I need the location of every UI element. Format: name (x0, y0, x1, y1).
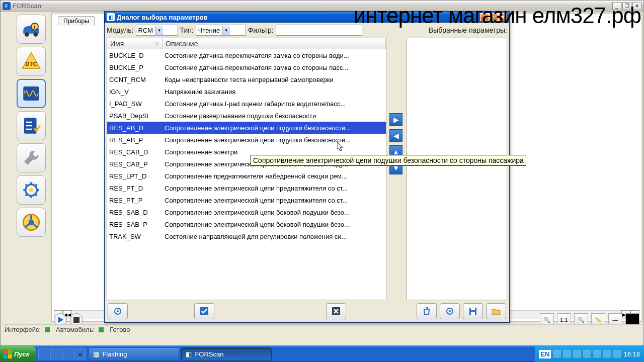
list-row[interactable]: RES_AB_PСопротивление электрической цепи… (107, 134, 386, 146)
row-name: RES_PT_D (107, 185, 163, 192)
open-button[interactable] (486, 303, 506, 319)
list-row[interactable]: RES_LPT_DСопротивление преднатяжителя на… (107, 170, 386, 182)
svg-point-8 (29, 188, 34, 193)
row-name: BUCKLE_P (107, 64, 163, 71)
ql-more-icon[interactable]: » (74, 348, 86, 359)
status-iface-led (45, 327, 50, 332)
app-icon: F (3, 2, 11, 10)
tray-icon[interactable] (573, 350, 581, 358)
row-desc: Состояние датчика I-pad оценки габаритов… (163, 100, 386, 108)
task-icon: ▦ (93, 350, 99, 358)
row-desc: Сопротивление электрической цепи преднат… (163, 185, 386, 192)
list-row[interactable]: PSAB_DepStСостояние развертывания подушк… (107, 110, 386, 122)
dialog-title: Диалог выбора параметров (117, 14, 208, 21)
status-interface-label: Интерфейс: (5, 326, 41, 333)
ql-app1-icon[interactable] (50, 348, 61, 359)
row-name: RES_SAB_P (107, 221, 163, 228)
taskbar: Пуск » ▦Flashing ◧FORScan EN 16:18 (0, 346, 644, 362)
add-button[interactable]: ▶ (389, 113, 403, 126)
svg-rect-11 (73, 317, 79, 323)
settings-button[interactable] (108, 303, 128, 319)
list-row[interactable]: RES_SAB_DСопротивление электрической цеп… (107, 206, 386, 218)
filter-label: Фильтр: (248, 26, 274, 34)
row-desc: Сопротивление электрической цепи боковой… (163, 221, 386, 228)
tab-instruments[interactable]: Приборы (58, 16, 95, 26)
start-button[interactable]: Пуск (0, 346, 36, 362)
type-label: Тип: (180, 26, 194, 34)
list-row[interactable]: IGN_VНапряжение зажигания (107, 85, 386, 98)
svg-rect-20 (471, 312, 475, 315)
transfer-buttons: ▶ ◀ ▲ ▼ (389, 38, 404, 300)
nav-settings-button[interactable] (17, 175, 46, 205)
tray-icon[interactable] (593, 350, 601, 358)
row-name: RES_PT_P (107, 197, 163, 204)
nav-vehicle-button[interactable]: i (17, 15, 46, 44)
status-ready: Готово (110, 326, 130, 333)
svg-point-13 (117, 310, 119, 312)
row-desc: Коды неисправности теста непрерывной сам… (163, 76, 386, 83)
list-row[interactable]: TRAK_SWСостояние направляющей для регули… (107, 230, 386, 242)
row-name: CCNT_RCM (107, 76, 163, 83)
nav-steering-button[interactable] (17, 208, 46, 237)
taskbar-forscan[interactable]: ◧FORScan (181, 347, 272, 360)
svg-text:DTC: DTC (25, 61, 37, 67)
tray-icon[interactable] (563, 350, 571, 358)
nav-dtc-button[interactable]: DTC (17, 47, 46, 76)
row-name: RES_AB_D (107, 124, 163, 132)
tray-icon[interactable] (613, 350, 621, 358)
row-desc: Сопротивление электрической цепи преднат… (163, 197, 386, 204)
list-row[interactable]: RES_AB_DСопротивление электрической цепи… (107, 122, 386, 134)
delete-button[interactable] (417, 303, 437, 319)
filter-input[interactable] (276, 25, 362, 36)
ok-button[interactable] (194, 303, 214, 319)
module-label: Модуль: (107, 26, 134, 34)
tray-clock: 16:18 (623, 350, 640, 358)
nav-tests-button[interactable] (17, 111, 46, 140)
row-name: TRAK_SW (107, 233, 163, 240)
row-desc: Сопротивление преднатяжителя набедренной… (163, 172, 386, 180)
list-row[interactable]: BUCKLE_DСостояние датчика-переключателя … (107, 49, 386, 61)
type-combo[interactable]: Чтение▼ (196, 25, 246, 36)
list-row[interactable]: CCNT_RCMКоды неисправности теста непреры… (107, 73, 386, 85)
row-name: RES_AB_P (107, 136, 163, 144)
cancel-button[interactable] (326, 303, 346, 319)
save-button[interactable] (463, 303, 483, 319)
module-combo[interactable]: RCM▼ (136, 25, 178, 36)
tray-icon[interactable] (603, 350, 611, 358)
selected-list[interactable] (407, 38, 507, 300)
row-desc: Сопротивление электрической цепи боковой… (163, 209, 386, 216)
tray-lang[interactable]: EN (539, 350, 551, 358)
row-name: RES_SAB_D (107, 209, 163, 216)
nav-service-button[interactable] (17, 143, 46, 172)
row-name: PSAB_DepSt (107, 112, 163, 120)
list-row[interactable]: I_PAD_SWСостояние датчика I-pad оценки г… (107, 98, 386, 110)
system-tray: EN 16:18 (535, 346, 644, 362)
param-list: Имя Описание BUCKLE_DСостояние датчика-п… (107, 38, 386, 300)
col-name-header[interactable]: Имя (107, 38, 163, 49)
ql-app2-icon[interactable] (62, 348, 73, 359)
svg-point-0 (25, 32, 29, 37)
taskbar-flashing[interactable]: ▦Flashing (89, 347, 179, 360)
row-desc: Напряжение зажигания (163, 88, 386, 96)
task-icon: ◧ (186, 350, 192, 358)
tray-icon[interactable] (583, 350, 591, 358)
windows-logo-icon (3, 349, 12, 358)
dialog-icon: ◧ (107, 13, 115, 21)
status-vehicle-label: Автомобиль: (56, 326, 95, 333)
col-desc-header[interactable]: Описание (163, 38, 386, 49)
tray-icon[interactable] (553, 350, 561, 358)
config-button[interactable] (440, 303, 460, 319)
remove-button[interactable]: ◀ (389, 129, 403, 142)
list-row[interactable]: RES_PT_PСопротивление электрической цепи… (107, 194, 386, 206)
row-desc: Сопротивление электрической цепи подушки… (163, 124, 386, 132)
list-row[interactable]: RES_SAB_PСопротивление электрической цеп… (107, 218, 386, 230)
svg-point-1 (33, 32, 38, 37)
svg-point-17 (449, 310, 451, 312)
ql-desktop-icon[interactable] (38, 348, 49, 359)
nav-oscilloscope-button[interactable] (17, 79, 46, 108)
list-row[interactable]: RES_PT_DСопротивление электрической цепи… (107, 182, 386, 194)
row-name: IGN_V (107, 88, 163, 96)
row-desc: Состояние направляющей для регулировки п… (163, 233, 386, 240)
row-name: RES_LPT_D (107, 172, 163, 180)
list-row[interactable]: BUCKLE_PСостояние датчика-переключателя … (107, 61, 386, 73)
